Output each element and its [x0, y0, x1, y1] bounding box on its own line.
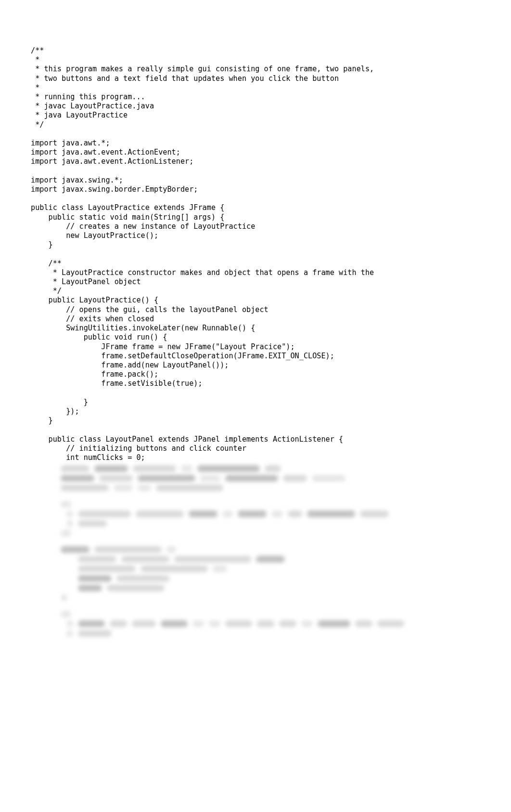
blurred-preview-area	[31, 462, 511, 637]
blurred-block	[31, 611, 511, 637]
blurred-block	[31, 501, 511, 537]
code-listing: /** * * this program makes a really simp…	[0, 46, 511, 462]
document-page: /** * * this program makes a really simp…	[0, 0, 511, 812]
blurred-block	[31, 465, 511, 491]
bottom-fade-overlay	[0, 706, 511, 812]
blurred-block	[31, 546, 511, 601]
